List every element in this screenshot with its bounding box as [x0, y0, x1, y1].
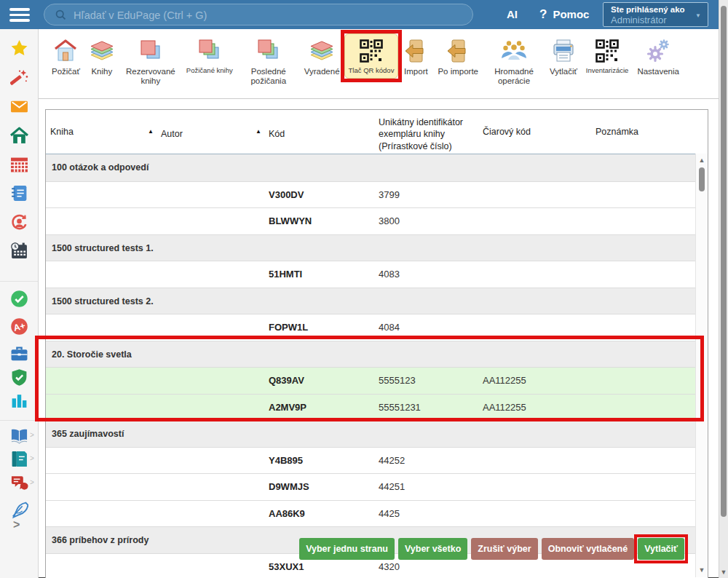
sidebar-item-grades[interactable]: A+ [10, 317, 28, 336]
home-icon [52, 37, 79, 65]
sidebar-item-discussions[interactable] [10, 474, 28, 492]
toolbar-item-vyradene[interactable]: Vyradené [300, 33, 344, 80]
toolbar-item-po-importe[interactable]: Po importe [433, 33, 483, 80]
gears-icon [645, 37, 671, 65]
ebook-icon [10, 450, 28, 468]
book-copy-row[interactable]: FOPW1L4084 [46, 314, 708, 341]
scroll-down-icon[interactable]: ▼ [696, 566, 708, 574]
toolbar-item-hromadne-operacie[interactable]: Hromadné operácie [483, 33, 545, 90]
hamburger-menu-icon[interactable] [9, 8, 30, 25]
toolbar-item-label: Po importe [438, 67, 478, 76]
sidebar-item-home[interactable] [10, 127, 28, 145]
cell-unikatny-identifikator: 55551231 [379, 395, 421, 421]
book-copy-row[interactable]: V300DV3799 [46, 181, 708, 208]
book-copy-row[interactable]: 51HMTI4083 [46, 261, 708, 288]
sidebar-item-favorites[interactable] [10, 39, 28, 58]
book-copy-row[interactable]: D9WMJS44251 [46, 473, 708, 500]
ai-button[interactable]: AI [507, 8, 518, 20]
sidebar-item-ebooks[interactable] [10, 450, 28, 468]
book-copy-row[interactable]: Q839AV5555123AA112255 [46, 367, 708, 394]
book-copy-row[interactable]: A2MV9P55551231AA112255 [46, 394, 708, 421]
cell-unikatny-identifikator: 5555123 [379, 368, 416, 394]
sidebar-item-admin[interactable] [10, 368, 28, 387]
books-table: Kniha▲Autor▲KódUnikátny identifikátor ex… [45, 109, 708, 578]
scroll-down-icon[interactable]: ▼ [719, 569, 728, 576]
cell-unikatny-identifikator: 44251 [379, 474, 405, 500]
chevron-down-icon: ▼ [695, 12, 701, 19]
cell-kod: D9WMJS [269, 474, 309, 500]
toolbar-item-label: Tlač QR kódov [349, 67, 395, 75]
toolbar-item-label: Hromadné operácie [487, 67, 541, 86]
book-group-row[interactable]: 365 zaujímavostí [46, 420, 708, 447]
vytlacit-button[interactable]: Vytlačiť [638, 538, 684, 560]
book-group-row[interactable]: 20. Storočie svetla [46, 341, 708, 368]
toolbar-item-inventarizacie[interactable]: Inventarizácie [582, 33, 633, 79]
cell-unikatny-identifikator: 3800 [379, 208, 400, 234]
sidebar-item-library[interactable] [10, 427, 28, 445]
toolbar-item-vytlacit[interactable]: Vytlačiť [545, 33, 582, 80]
cell-kod: A2MV9P [269, 395, 306, 421]
star-icon [10, 39, 28, 58]
column-label: Čiarový kód [483, 127, 531, 137]
toolbar-item-pozicat[interactable]: Požičať [47, 33, 84, 80]
table-scrollbar-thumb[interactable] [699, 167, 705, 191]
question-mark-icon: ? [539, 7, 547, 21]
printer-icon [550, 37, 577, 65]
obnovit-vytlacene-button[interactable]: Obnoviť vytlačené [542, 538, 635, 560]
vyber-jednu-stranu-button[interactable]: Vyber jednu stranu [299, 538, 395, 560]
book-copy-row[interactable]: BLWWYN3800 [46, 207, 708, 234]
sidebar-item-substitution[interactable] [10, 213, 28, 231]
account-menu[interactable]: Ste prihlásený ako Administrátor ▼ [603, 2, 708, 27]
book-title: 100 otázok a odpovedí [52, 154, 149, 181]
help-label: Pomoc [553, 8, 589, 20]
sidebar-item-timetable[interactable] [10, 156, 28, 174]
sidebar: A+>>>> [0, 29, 39, 578]
toolbar-item-knihy[interactable]: Knihy [84, 33, 119, 80]
column-header-uid[interactable]: Unikátny identifikátor exempláru knihy (… [379, 116, 482, 152]
sort-asc-icon: ▲ [256, 128, 261, 135]
sidebar-item-calendar[interactable] [10, 242, 28, 260]
scroll-up-icon[interactable]: ▲ [696, 157, 708, 164]
magic-wand-icon [10, 68, 28, 87]
search-input[interactable] [72, 6, 461, 25]
toolbar-item-import[interactable]: Import [398, 33, 433, 80]
envelope-icon [10, 98, 28, 116]
table-header: Kniha▲Autor▲KódUnikátny identifikátor ex… [46, 110, 708, 154]
column-header-autor[interactable]: ▲Autor [148, 110, 183, 156]
person-refresh-icon [10, 213, 28, 231]
home-green-icon [10, 127, 28, 145]
column-header-ciarovy-kod[interactable]: Čiarový kód [483, 110, 531, 154]
sidebar-item-messages[interactable] [10, 98, 28, 116]
sidebar-item-results[interactable] [10, 392, 28, 410]
book-group-row[interactable]: 1500 structured tests 1. [46, 234, 708, 261]
page-scrollbar[interactable]: ▼ [719, 0, 728, 578]
sidebar-item-notebook[interactable] [10, 184, 28, 202]
book-copy-row[interactable]: AA86K94425 [46, 500, 708, 527]
sidebar-divider [0, 281, 38, 282]
sidebar-item-agenda[interactable] [10, 345, 28, 363]
cell-kod: AA86K9 [269, 501, 305, 527]
book-copy-row[interactable]: Y4B89544252 [46, 447, 708, 474]
table-scrollbar[interactable]: ▲ ▼ [695, 154, 708, 577]
sidebar-item-attendance[interactable] [10, 290, 28, 308]
toolbar-item-pozicane-knihy[interactable]: Požičané knihy [182, 33, 237, 79]
column-label: Poznámka [596, 127, 638, 137]
zrusit-vyber-button[interactable]: Zrušiť výber [471, 538, 537, 560]
sidebar-item-expand[interactable]: > [13, 518, 20, 531]
page-scrollbar-thumb[interactable] [721, 6, 727, 517]
column-header-kniha[interactable]: Kniha [50, 110, 74, 154]
toolbar-item-rezervovane-knihy[interactable]: Rezervované knihy [119, 33, 182, 90]
column-header-kod[interactable]: ▲Kód [256, 110, 285, 156]
toolbar-item-posledne-pozicania[interactable]: Posledné požičania [237, 33, 300, 90]
sidebar-item-homework[interactable] [10, 501, 28, 519]
column-header-poznamka[interactable]: Poznámka [596, 110, 638, 154]
toolbar-item-tlac-qr-kodov[interactable]: Tlač QR kódov [344, 33, 399, 79]
vyber-vsetko-button[interactable]: Vyber všetko [398, 538, 467, 560]
cell-ciarovy-kod: AA112255 [483, 395, 526, 421]
help-button[interactable]: ?Pomoc [539, 7, 589, 22]
book-group-row[interactable]: 100 otázok a odpovedí [46, 154, 708, 181]
sidebar-item-wizard[interactable] [10, 68, 28, 87]
book-group-row[interactable]: 1500 structured tests 2. [46, 288, 708, 314]
toolbar-item-nastavenia[interactable]: Nastavenia [633, 33, 684, 80]
cell-unikatny-identifikator: 4084 [379, 314, 400, 341]
